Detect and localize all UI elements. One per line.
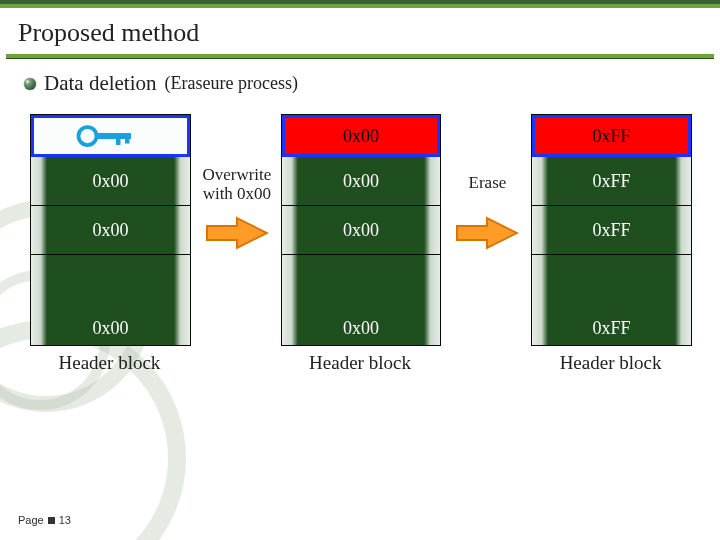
column-label: Header block xyxy=(30,352,189,374)
page-title: Proposed method xyxy=(0,8,720,54)
top-accent-bar xyxy=(0,0,720,8)
memory-column-0: 0x00 0x00 0x00 Header block xyxy=(30,114,189,374)
diagram-area: 0x00 0x00 0x00 Header block Overwrite wi… xyxy=(0,96,720,374)
red-header-cell: 0x00 xyxy=(282,115,441,157)
memory-cell: 0x00 xyxy=(282,206,441,255)
section-main-text: Data deletion xyxy=(44,71,157,96)
page-footer: Page 13 xyxy=(18,514,71,526)
memory-block: 0x00 0x00 0x00 0x00 xyxy=(281,114,442,346)
section-header: Data deletion (Eraseure process) xyxy=(0,59,720,96)
overwrite-label: Overwrite with 0x00 xyxy=(192,166,282,203)
column-label: Header block xyxy=(531,352,690,374)
footer-page-label: Page xyxy=(18,514,44,526)
memory-column-1: 0x00 0x00 0x00 0x00 Header block xyxy=(281,114,440,374)
svg-rect-2 xyxy=(116,133,121,145)
footer-page-number: 13 xyxy=(59,514,71,526)
bullet-icon xyxy=(24,78,36,90)
memory-column-2: 0xFF 0xFF 0xFF 0xFF Header block xyxy=(531,114,690,374)
arrow-icon xyxy=(455,216,519,250)
memory-cell: 0x00 xyxy=(282,255,441,345)
section-paren-text: (Eraseure process) xyxy=(165,73,298,94)
memory-cell: 0xFF xyxy=(532,206,691,255)
footer-square-icon xyxy=(48,517,55,524)
memory-cell: 0x00 xyxy=(31,157,190,206)
memory-block: 0xFF 0xFF 0xFF 0xFF xyxy=(531,114,692,346)
memory-cell: 0xFF xyxy=(532,255,691,345)
memory-cell: 0x00 xyxy=(31,206,190,255)
key-icon xyxy=(70,119,150,153)
column-label: Header block xyxy=(281,352,440,374)
red-header-cell: 0xFF xyxy=(532,115,691,157)
svg-rect-3 xyxy=(125,133,130,144)
memory-cell: 0xFF xyxy=(532,157,691,206)
erase-label: Erase xyxy=(442,174,532,193)
memory-block: 0x00 0x00 0x00 xyxy=(30,114,191,346)
memory-cell: 0x00 xyxy=(282,157,441,206)
arrow-icon xyxy=(205,216,269,250)
memory-cell: 0x00 xyxy=(31,255,190,345)
svg-point-0 xyxy=(79,127,97,145)
key-header-cell xyxy=(31,115,190,157)
